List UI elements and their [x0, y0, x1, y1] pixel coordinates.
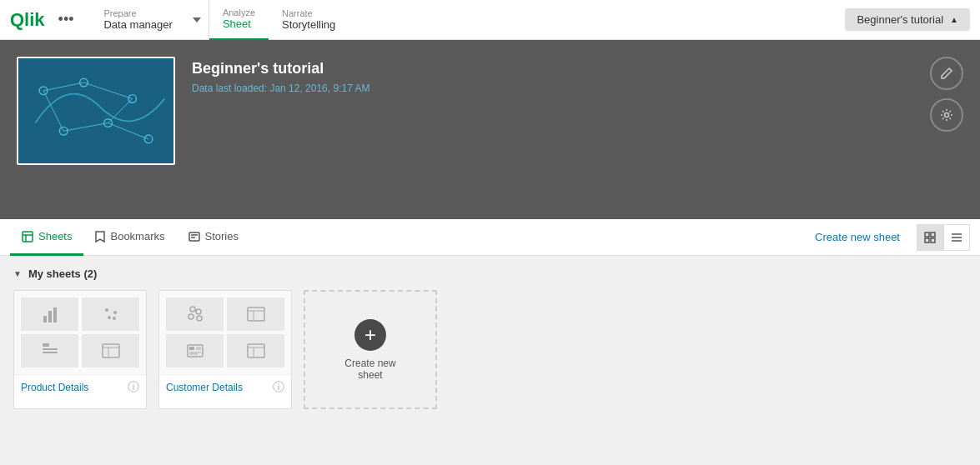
sheet-info-icon-customer[interactable]: ⓘ: [273, 380, 284, 395]
tab-stories[interactable]: Stories: [177, 219, 250, 256]
sheet-cell-c2: [227, 298, 284, 331]
sheet-cell-c4: [227, 334, 284, 368]
sheet-info-icon-product[interactable]: ⓘ: [128, 380, 139, 395]
create-new-sheet-button[interactable]: Create new sheet: [805, 231, 910, 243]
nav-prepare-top: Prepare: [103, 8, 172, 18]
hero-info: Beginner's tutorial Data last loaded: Ja…: [192, 57, 369, 94]
sheet-cell-4: [82, 334, 139, 368]
sheets-grid: Product Details ⓘ Custom: [13, 290, 967, 409]
create-new-sheet-card[interactable]: + Create newsheet: [304, 290, 437, 409]
tab-sheets[interactable]: Sheets: [10, 219, 83, 256]
tab-bookmarks-label: Bookmarks: [110, 230, 164, 242]
svg-rect-0: [19, 58, 173, 163]
nav-narrate-top: Narrate: [282, 8, 335, 18]
sheet-card-customer-details[interactable]: Customer Details ⓘ: [158, 290, 292, 409]
plus-symbol: +: [364, 325, 376, 345]
svg-rect-48: [189, 347, 194, 350]
sheet-card-product-details[interactable]: Product Details ⓘ: [13, 290, 147, 409]
hero-title: Beginner's tutorial: [192, 60, 369, 78]
qlik-logo: Qlik: [10, 9, 45, 31]
svg-point-41: [196, 309, 201, 314]
list-view-button[interactable]: [943, 224, 970, 251]
tutorial-label: Beginner's tutorial: [857, 13, 943, 26]
sheet-card-footer-product: Product Details ⓘ: [14, 374, 146, 400]
svg-point-40: [190, 307, 195, 312]
sheet-card-footer-customer: Customer Details ⓘ: [159, 374, 291, 400]
svg-rect-35: [43, 348, 58, 350]
svg-rect-20: [925, 232, 929, 237]
nav-prepare-bottom: Data manager: [103, 18, 172, 31]
nav-analyze-top: Analyze: [223, 8, 255, 18]
svg-point-33: [113, 317, 116, 320]
svg-rect-29: [53, 308, 57, 322]
svg-rect-37: [103, 344, 119, 358]
hero-thumbnail[interactable]: [17, 57, 175, 165]
nav-prepare-dropdown[interactable]: [186, 0, 209, 40]
sheet-preview-customer: [159, 291, 291, 374]
section-label: My sheets (2): [28, 268, 97, 280]
hero-actions: [930, 57, 963, 132]
sheet-name-product: Product Details: [21, 382, 123, 393]
svg-rect-17: [189, 232, 199, 241]
tab-sheets-label: Sheets: [38, 230, 72, 242]
tutorial-chevron: ▲: [950, 15, 958, 24]
svg-rect-34: [43, 343, 49, 347]
hero-subtitle: Data last loaded: Jan 12, 2016, 9:17 AM: [192, 82, 369, 94]
svg-rect-53: [248, 344, 264, 358]
sheet-preview-product: [14, 291, 146, 374]
svg-rect-14: [23, 232, 33, 242]
svg-rect-22: [925, 238, 929, 242]
tutorial-button[interactable]: Beginner's tutorial ▲: [845, 8, 970, 31]
qlik-logo-text: Qlik: [10, 9, 45, 31]
svg-rect-21: [931, 232, 935, 237]
sheet-cell-3: [21, 334, 78, 368]
tabs-bar: Sheets Bookmarks Stories Create new shee…: [0, 219, 980, 256]
grid-view-button[interactable]: [917, 224, 943, 251]
nav-prepare[interactable]: Prepare Data manager: [90, 0, 185, 40]
sheet-cell-c3: [166, 334, 224, 368]
my-sheets-header: ▼ My sheets (2): [13, 268, 967, 280]
sheet-cell-c1: [166, 298, 224, 331]
nav-narrate[interactable]: Narrate Storytelling: [269, 0, 349, 40]
section-chevron-down-icon: ▼: [13, 269, 22, 278]
nav-analyze-bottom: Sheet: [223, 18, 255, 30]
create-plus-icon: +: [354, 319, 386, 351]
nav-dots-button[interactable]: •••: [58, 11, 74, 28]
edit-button[interactable]: [930, 57, 963, 90]
sheet-name-customer: Customer Details: [166, 382, 268, 393]
svg-point-42: [188, 314, 193, 319]
svg-rect-23: [931, 238, 935, 242]
sheet-cell-2: [82, 298, 139, 331]
sheet-cell-1: [21, 298, 78, 331]
content-area: ▼ My sheets (2) Product: [0, 256, 980, 465]
tab-stories-label: Stories: [205, 230, 239, 242]
svg-rect-28: [48, 311, 52, 322]
create-new-sheet-label: Create newsheet: [344, 358, 395, 381]
hero-section: Beginner's tutorial Data last loaded: Ja…: [0, 40, 980, 219]
tab-bookmarks[interactable]: Bookmarks: [83, 219, 176, 256]
svg-point-31: [113, 311, 117, 314]
top-nav: Qlik ••• Prepare Data manager Analyze Sh…: [0, 0, 980, 40]
svg-rect-36: [43, 352, 58, 353]
svg-point-30: [105, 308, 108, 312]
svg-point-13: [945, 113, 949, 118]
svg-point-32: [108, 316, 111, 319]
svg-point-43: [197, 316, 202, 321]
nav-analyze[interactable]: Analyze Sheet: [209, 0, 269, 40]
svg-rect-27: [43, 316, 47, 322]
svg-rect-44: [248, 308, 264, 321]
settings-button[interactable]: [930, 98, 963, 132]
nav-narrate-bottom: Storytelling: [282, 18, 335, 31]
